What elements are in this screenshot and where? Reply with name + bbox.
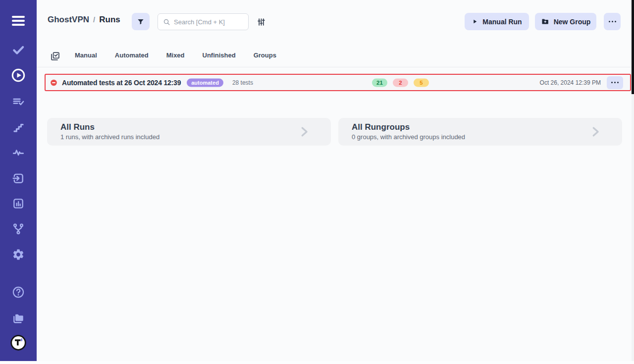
select-all-icon	[50, 51, 61, 61]
analytics-icon[interactable]	[12, 197, 25, 210]
tab-manual[interactable]: Manual	[75, 52, 97, 59]
breadcrumb-project[interactable]: GhostVPN	[48, 15, 89, 25]
run-row-left: Automated tests at 26 Oct 2024 12:39 aut…	[50, 78, 253, 87]
search-icon	[163, 18, 170, 26]
failed-status-icon	[50, 79, 57, 86]
branch-icon[interactable]	[12, 222, 25, 235]
all-rungroups-title: All Rungroups	[352, 122, 410, 132]
filter-button[interactable]	[132, 13, 150, 30]
import-icon[interactable]	[12, 172, 25, 185]
run-type-badge: automated	[187, 78, 223, 87]
chevron-right-icon	[298, 125, 310, 138]
breadcrumb: GhostVPN / Runs	[48, 15, 120, 25]
divider	[37, 67, 632, 67]
tab-unfinished[interactable]: Unfinished	[203, 52, 236, 59]
menu-icon[interactable]	[12, 14, 25, 27]
new-group-button[interactable]: New Group	[535, 13, 596, 30]
manual-run-label: Manual Run	[482, 18, 522, 26]
sidebar	[0, 0, 37, 361]
breadcrumb-separator: /	[93, 15, 95, 24]
sliders-icon	[257, 17, 266, 27]
manual-run-button[interactable]: Manual Run	[465, 13, 529, 30]
select-all-button[interactable]	[50, 51, 61, 61]
tab-mixed[interactable]: Mixed	[166, 52, 185, 59]
folder-plus-icon	[541, 17, 549, 26]
run-timestamp: Oct 26, 2024 12:39 PM	[540, 79, 601, 86]
all-rungroups-card[interactable]: All Rungroups 0 groups, with archived gr…	[338, 118, 622, 146]
all-runs-card[interactable]: All Runs 1 runs, with archived runs incl…	[47, 118, 331, 146]
tab-automated[interactable]: Automated	[115, 52, 149, 59]
all-runs-subtitle: 1 runs, with archived runs included	[60, 133, 159, 141]
run-tests-count: 28 tests	[232, 79, 253, 86]
chevron-right-icon	[589, 125, 601, 138]
search-box	[158, 13, 249, 30]
all-runs-title: All Runs	[60, 122, 95, 132]
runs-play-icon[interactable]	[11, 68, 26, 83]
failed-count-pill: 2	[393, 78, 408, 87]
run-more-button[interactable]	[607, 76, 623, 89]
new-group-label: New Group	[554, 18, 591, 26]
funnel-icon	[137, 18, 145, 26]
runs-tabs: Manual Automated Mixed Unfinished Groups	[75, 52, 276, 59]
page-title: Runs	[99, 15, 120, 25]
filter-settings-button[interactable]	[256, 16, 266, 27]
settings-gear-icon[interactable]	[12, 248, 25, 261]
search-input[interactable]	[174, 18, 243, 26]
header-more-button[interactable]	[604, 13, 621, 30]
projects-folder-icon[interactable]	[12, 312, 25, 324]
play-icon	[472, 18, 478, 25]
help-icon[interactable]	[12, 286, 25, 299]
test-plans-icon[interactable]	[12, 95, 25, 108]
passed-count-pill: 21	[372, 78, 387, 87]
steps-icon[interactable]	[12, 121, 25, 134]
ellipsis-icon	[609, 21, 616, 22]
ellipsis-icon	[611, 82, 619, 83]
pulse-icon[interactable]	[12, 146, 25, 159]
tests-check-icon[interactable]	[12, 44, 25, 56]
tab-groups[interactable]: Groups	[254, 52, 276, 59]
run-row[interactable]: Automated tests at 26 Oct 2024 12:39 aut…	[45, 74, 631, 91]
logo[interactable]	[10, 334, 27, 351]
window-bottom-edge	[0, 361, 634, 364]
run-title[interactable]: Automated tests at 26 Oct 2024 12:39	[62, 79, 181, 87]
skipped-count-pill: 5	[414, 78, 429, 87]
run-stats: 21 2 5	[372, 78, 429, 87]
scrollbar-thumb[interactable]	[632, 0, 634, 94]
all-rungroups-subtitle: 0 groups, with archived groups included	[352, 133, 465, 141]
